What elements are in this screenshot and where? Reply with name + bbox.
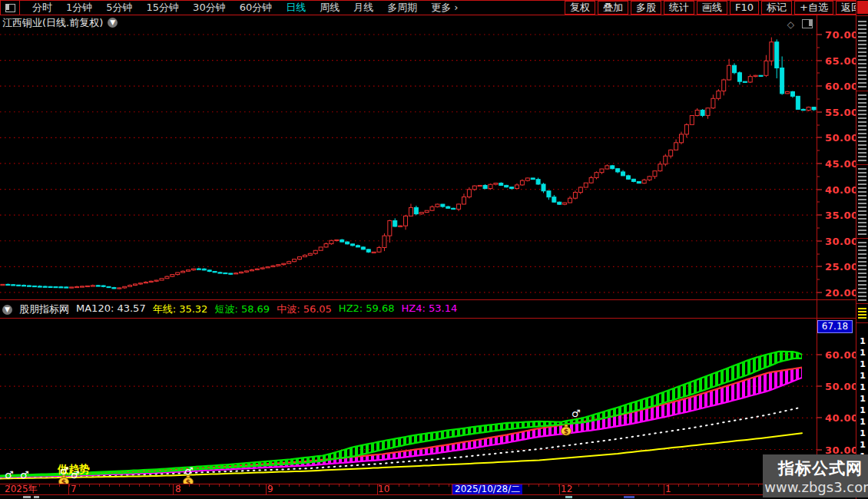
period-tab-8[interactable]: 月线 (346, 1, 380, 15)
axis-border-line (817, 15, 817, 494)
toolbar-actions: 复权叠加多股统计画线F10标记+自选返回 (565, 1, 868, 15)
indicator-axis-label: 40.00 (825, 412, 859, 424)
indicator-axis-label: 50.00 (825, 381, 859, 392)
period-toolbar: 分时1分钟5分钟15分钟30分钟60分钟日线周线月线多周期更多 › 复权叠加多股… (0, 0, 868, 15)
toolbar-button-0[interactable]: 复权 (565, 1, 595, 15)
x-axis-month: 8 (175, 484, 181, 494)
chart-title-row: 江西铜业(日线.前复权) ▼ (0, 16, 817, 29)
trading-app-window: 分时1分钟5分钟15分钟30分钟60分钟日线周线月线多周期更多 › 复权叠加多股… (0, 0, 868, 499)
x-axis-year: 2025年 (5, 484, 38, 494)
sidebar-digit: 1 (860, 405, 866, 416)
mars-signal-icon: ♂ (71, 469, 80, 481)
divider-line (0, 299, 868, 300)
period-tab-0[interactable]: 分时 (25, 1, 59, 15)
sidebar-top-tab (857, 1, 868, 14)
clipped-text-fragment (624, 496, 634, 498)
period-tab-2[interactable]: 5分钟 (99, 1, 139, 15)
indicator-value-年线: 年线: 35.32 (153, 302, 208, 316)
indicator-value-MA120: MA120: 43.57 (76, 302, 146, 316)
pane-split-icon[interactable] (802, 19, 813, 28)
main-axis-label: 25.00 (825, 261, 859, 273)
sidebar-digit: 1 (860, 393, 866, 405)
x-axis-month: 1 (665, 484, 671, 494)
main-axis-label: 65.00 (825, 55, 859, 66)
sidebar-yellow-text (858, 306, 866, 319)
sidebar-digit: 1 (860, 439, 866, 451)
indicator-value-短波: 短波: 58.69 (214, 302, 270, 316)
indicator-header: ▼ 股朋指标网 MA120: 43.57年线: 35.32短波: 58.69中波… (0, 301, 817, 318)
indicator-axis-label: 30.00 (825, 444, 859, 455)
sidebar-digit: 1 (860, 382, 866, 393)
period-tab-7[interactable]: 周线 (313, 1, 346, 15)
clipped-text-fragment (565, 496, 572, 498)
watermark-url: www.zbgs3.com (764, 479, 868, 495)
mars-signal-icon: ♂ (571, 408, 581, 419)
main-axis-label: 50.00 (825, 132, 859, 144)
clipped-text-fragment (23, 496, 31, 498)
main-axis-label: 60.00 (825, 81, 859, 92)
stock-title: 江西铜业(日线.前复权) (0, 16, 103, 30)
diamond-icon[interactable]: ◇ (787, 19, 794, 30)
main-axis-label: 70.00 (825, 28, 859, 40)
sidebar-digit: 1 (860, 416, 866, 428)
sidebar-vertical-text (858, 20, 866, 88)
watermark: 指标公式网 www.zbgs3.com (763, 454, 868, 497)
sidebar-digit: 1 (860, 335, 866, 347)
indicator-axis-label: 60.00 (825, 349, 859, 360)
divider-line (0, 318, 868, 319)
period-tab-4[interactable]: 30分钟 (186, 1, 233, 15)
sidebar-digit: 1 (860, 347, 866, 359)
svg-text:$: $ (564, 428, 568, 435)
period-tab-9[interactable]: 多周期 (380, 1, 424, 15)
toolbar-button-5[interactable]: F10 (730, 1, 759, 15)
main-axis-label: 20.00 (825, 286, 859, 298)
watermark-title: 指标公式网 (778, 458, 863, 479)
indicator-band-中波带 (0, 368, 802, 478)
crosshair-date-label: 2025/10/28/二 (452, 484, 522, 494)
sidebar-vertical-text (858, 167, 866, 235)
main-axis-label: 30.00 (825, 235, 859, 246)
period-tab-1[interactable]: 1分钟 (59, 1, 99, 15)
toolbar-button-4[interactable]: 画线 (697, 1, 727, 15)
toolbar-button-3[interactable]: 统计 (664, 1, 694, 15)
period-tab-6[interactable]: 日线 (279, 1, 313, 15)
toolbar-button-2[interactable]: 多股 (631, 1, 661, 15)
week-ticks (0, 484, 817, 487)
period-tab-3[interactable]: 15分钟 (140, 1, 187, 15)
sidebar-digit: 1 (860, 428, 866, 439)
period-tab-5[interactable]: 60分钟 (233, 1, 280, 15)
toolbar-button-7[interactable]: +自选 (794, 1, 833, 15)
main-gridlines (0, 35, 817, 292)
sidebar-digit: 1 (860, 370, 866, 382)
chart-corner-icons: ◇ (787, 19, 813, 30)
indicator-latest-value: 67.18 (817, 320, 853, 333)
x-axis-month: 9 (267, 484, 273, 494)
indicator-canvas[interactable]: 做趋势♂♂♂♂♂♂$$$ (0, 319, 817, 484)
indicator-name: 股朋指标网 (19, 302, 69, 316)
x-axis-month: 12 (561, 484, 572, 494)
sidebar-vertical-text (858, 241, 866, 301)
toolbar-button-6[interactable]: 标记 (761, 1, 792, 15)
sidebar-vertical-text (858, 94, 866, 161)
indicator-values: MA120: 43.57年线: 35.32短波: 58.69中波: 56.05H… (76, 302, 457, 316)
period-tab-10[interactable]: 更多 › (424, 1, 465, 15)
candlestick-series (1, 38, 816, 289)
title-chevron-down-icon[interactable]: ▼ (108, 18, 118, 28)
mars-signal-icon: ♂ (5, 469, 14, 481)
window-split-button[interactable] (0, 1, 20, 15)
x-axis-month: 10 (378, 484, 389, 494)
time-axis[interactable]: 2025年789101212025/10/28/二 (0, 484, 817, 494)
indicator-chevron-icon[interactable]: ▼ (2, 305, 12, 315)
right-sidebar[interactable]: 11111111111 (856, 0, 868, 499)
sidebar-digit-column: 11111111111 (856, 335, 868, 462)
period-tabs: 分时1分钟5分钟15分钟30分钟60分钟日线周线月线多周期更多 › (20, 1, 565, 15)
x-axis-month: 7 (71, 484, 77, 494)
main-chart-canvas[interactable] (0, 29, 817, 300)
main-axis-label: 35.00 (825, 210, 859, 221)
toolbar-button-1[interactable]: 叠加 (598, 1, 628, 15)
main-axis-label: 55.00 (825, 106, 859, 117)
clipped-text-fragment (34, 496, 39, 498)
indicator-value-中波: 中波: 56.05 (277, 302, 332, 316)
main-axis-label: 45.00 (825, 157, 859, 169)
indicator-value-HZ2: HZ2: 59.68 (339, 302, 395, 316)
